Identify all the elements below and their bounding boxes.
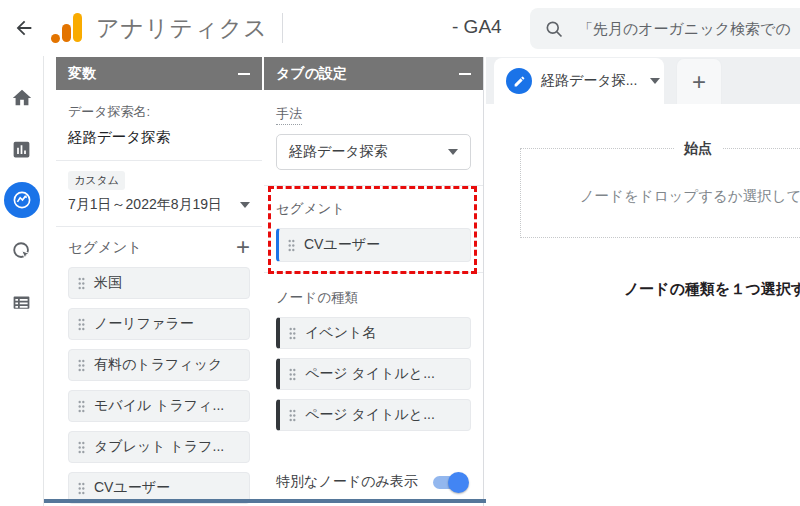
segment-section-label: セグメント [276,200,471,218]
segment-chip-label: モバイル トラフィ... [94,397,224,415]
drag-handle-icon [77,481,86,496]
caret-down-icon [240,202,250,208]
variables-panel: 変数 データ探索名: 経路データ探索 カスタム 7月1日～2022年8月19日 … [56,57,262,506]
date-range-selector[interactable]: 7月1日～2022年8月19日 [68,196,250,214]
segment-chip[interactable]: 有料のトラフィック [68,349,250,381]
start-point-hint: ノードをドロップするか選択してく [521,187,800,206]
node-type-list: イベント名 ページ タイトルと... ページ タイトルと... [276,317,471,431]
search-box[interactable] [530,8,800,49]
search-icon [544,19,564,39]
nav-explore[interactable] [4,182,40,218]
top-bar: アナリティクス - GA4 [0,0,800,56]
divider [56,160,262,161]
date-range-badge: カスタム [68,171,125,190]
tab-strip: 経路データ探... + [486,57,800,104]
segment-chip[interactable]: タブレット トラフ... [68,431,250,463]
segment-chip-label: ノーリファラー [94,315,194,333]
start-point-title: 始点 [674,140,722,158]
exploration-name-value[interactable]: 経路データ探索 [68,128,250,147]
nav-reports[interactable] [4,131,40,167]
special-nodes-toggle[interactable] [433,476,465,489]
special-nodes-toggle-row: 特別なノードのみ表示 [276,473,471,491]
home-icon [11,87,33,109]
caret-down-icon [650,78,660,84]
tab-settings-panel-title: タブの設定 [276,65,347,83]
app-title: アナリティクス [96,13,268,44]
nav-advertising[interactable] [4,233,40,269]
segment-chip-label: CVユーザー [94,479,170,497]
exploration-name-label: データ探索名: [68,103,250,121]
caret-down-icon [448,149,458,155]
segment-chip-label: タブレット トラフ... [94,438,224,456]
path-exploration-canvas: 始点 ノードをドロップするか選択してく ノードの種類を１つ選択するか、[設定] [486,104,800,506]
tab-settings-panel-header: タブの設定 [264,57,483,90]
topbar-divider [282,13,283,43]
advertising-icon [11,240,33,262]
explore-icon [11,189,33,211]
drag-handle-icon [288,326,297,341]
segments-label: セグメント [68,238,142,257]
node-type-chip[interactable]: ページ タイトルと... [276,358,471,390]
node-type-chip-label: ページ タイトルと... [305,365,435,383]
back-button[interactable] [4,8,44,48]
technique-select-value: 経路データ探索 [289,143,388,161]
segment-chip-label: 有料のトラフィック [94,356,222,374]
ga4-explore-window: アナリティクス - GA4 [0,0,800,506]
add-segment-button[interactable]: + [236,237,250,257]
segments-list: 米国 ノーリファラー 有料のトラフィック モバイル トラフィ... タブレット … [68,267,250,504]
arrow-left-icon [13,17,35,39]
drag-handle-icon [287,238,296,253]
exploration-tab-label: 経路データ探... [541,72,637,90]
drag-handle-icon [77,317,86,332]
search-input[interactable] [578,20,798,37]
drag-handle-icon [288,408,297,423]
node-type-chip-label: ページ タイトルと... [305,406,435,424]
edit-tab-button[interactable] [506,68,532,94]
google-analytics-logo-icon [50,13,84,43]
segment-chip[interactable]: モバイル トラフィ... [68,390,250,422]
exploration-main-area: 経路データ探... + 始点 ノードをドロップするか選択してく ノードの種類を１… [486,57,800,506]
segment-chip-label: 米国 [94,274,122,292]
node-type-label: ノードの種類 [276,289,471,307]
divider [264,272,483,273]
pencil-icon [513,75,526,88]
drag-handle-icon [288,367,297,382]
nav-library[interactable] [4,284,40,320]
node-type-chip[interactable]: イベント名 [276,317,471,349]
segment-chip[interactable]: 米国 [68,267,250,299]
library-icon [11,292,32,313]
drag-handle-icon [77,358,86,373]
variables-panel-title: 変数 [68,65,96,83]
account-name: - GA4 [452,16,502,38]
minimize-icon[interactable] [238,73,250,75]
bottom-divider-strip [44,499,486,503]
add-tab-button[interactable]: + [676,58,722,104]
nav-rail [0,56,44,506]
nav-home[interactable] [4,80,40,116]
technique-select[interactable]: 経路データ探索 [276,134,471,170]
variables-panel-header: 変数 [56,57,262,90]
segments-header: セグメント + [68,237,250,257]
start-point-dropzone[interactable]: 始点 ノードをドロップするか選択してく [520,148,800,238]
drag-handle-icon [77,276,86,291]
date-range-value: 7月1日～2022年8月19日 [68,196,222,214]
segment-section: セグメント CVユーザー [276,186,471,272]
toggle-knob [448,472,469,493]
reports-icon [11,139,32,160]
applied-segment-chip[interactable]: CVユーザー [276,228,471,262]
divider [56,226,262,227]
canvas-instruction-text: ノードの種類を１つ選択するか、[設定] [624,280,800,299]
node-type-chip[interactable]: ページ タイトルと... [276,399,471,431]
exploration-tab[interactable]: 経路データ探... [494,58,664,104]
drag-handle-icon [77,399,86,414]
technique-label: 手法 [276,105,302,125]
minimize-icon[interactable] [459,73,471,75]
drag-handle-icon [77,440,86,455]
applied-segment-label: CVユーザー [304,236,380,254]
segment-chip[interactable]: ノーリファラー [68,308,250,340]
special-nodes-toggle-label: 特別なノードのみ表示 [276,473,418,491]
tab-settings-panel: タブの設定 手法 経路データ探索 セグメント CVユーザー ノードの種類 [264,57,484,506]
node-type-chip-label: イベント名 [305,324,376,342]
